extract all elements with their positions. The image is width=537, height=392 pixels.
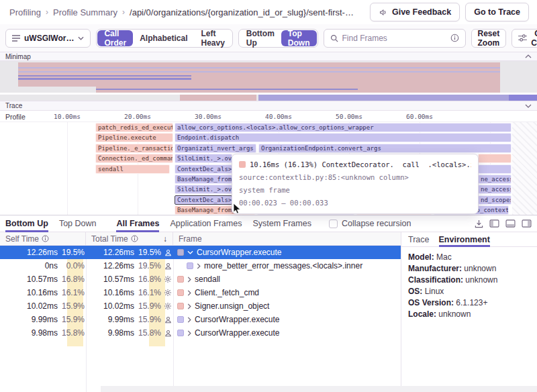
self-time-cell: 10.57ms16.8% (0, 273, 86, 286)
tab-top-down[interactable]: Top Down (59, 215, 97, 232)
flamegraph-toolbar: uWSGIWor… Call Order Alphabetical Left H… (0, 24, 537, 52)
chevron-down-icon[interactable] (525, 104, 532, 108)
details-tab-trace[interactable]: Trace (408, 232, 430, 247)
chevron-right-icon[interactable] (187, 317, 191, 323)
direction-top-down-button[interactable]: Top Down (281, 30, 317, 46)
frame-color-swatch (177, 249, 184, 256)
sort-call-order-button[interactable]: Call Order (97, 30, 133, 46)
tab-application-frames[interactable]: Application Frames (170, 215, 242, 232)
search-input[interactable] (342, 34, 446, 43)
mouse-cursor (233, 203, 241, 217)
flame-frame[interactable]: Connection._ed_command (95, 154, 173, 163)
table-row[interactable]: 12.26ms19.5%12.26ms19.5%CursorWrapper.ex… (0, 246, 401, 259)
table-row[interactable]: 10.02ms15.9%10.02ms15.9%Signer.unsign_ob… (0, 299, 401, 313)
total-time-value: 12.26ms (86, 261, 138, 271)
self-time-cell: 10.16ms16.1% (0, 286, 86, 299)
table-row[interactable]: 0ns0.0%12.26ms19.5%more_better_error_mes… (0, 259, 401, 273)
chevron-right-icon[interactable] (187, 290, 191, 296)
flame-frame[interactable]: nd_scopes (478, 195, 511, 205)
minimap-block (18, 78, 191, 80)
layout-dock-bottom-icon[interactable] (505, 219, 516, 228)
self-time-percent: 16.8% (62, 275, 86, 284)
thread-selector[interactable]: uWSGIWor… (5, 29, 91, 48)
chevron-right-icon[interactable] (187, 303, 191, 309)
chevron-right-icon[interactable] (187, 277, 191, 283)
reset-zoom-button[interactable]: Reset Zoom (471, 29, 507, 48)
chevron-right-icon[interactable] (187, 330, 191, 336)
flame-frame[interactable]: sendall (95, 164, 170, 174)
table-row[interactable]: 10.57ms16.8%10.57ms16.8%sendall (0, 273, 401, 286)
flame-frame[interactable]: Pipeline.execute (95, 133, 173, 142)
minimap-block (18, 71, 500, 72)
self-time-label: Self Time (5, 234, 39, 244)
flame-frame[interactable]: ContextDec_als>.i (175, 195, 232, 205)
chevron-right-icon[interactable] (197, 263, 201, 269)
frame-cell: more_better_error_messages.<locals>.inne… (173, 259, 401, 273)
go-to-trace-button[interactable]: Go to Trace (465, 3, 529, 21)
chevron-up-icon[interactable] (525, 54, 532, 58)
tab-bottom-up[interactable]: Bottom Up (5, 215, 48, 232)
flame-frame[interactable]: SiloLimit._>.over (175, 185, 232, 194)
direction-bottom-up-button[interactable]: Bottom Up (240, 30, 281, 46)
breadcrumb-profile-summary[interactable]: Profile Summary (53, 7, 117, 17)
flame-frame[interactable]: Endpoint.dispatch (175, 133, 511, 142)
direction-segmented-control: Bottom Up Top Down (238, 29, 318, 48)
ruler-tick-label: 50.00ms (336, 113, 362, 120)
table-row[interactable]: 10.16ms16.1%10.16ms16.1%Client._fetch_cm… (0, 286, 401, 299)
tooltip-source: source:contextlib.py:85:<unknown column> (239, 173, 471, 181)
flame-frame[interactable]: BaseManage_from_c (175, 175, 232, 184)
self-time-percent: 16.1% (62, 288, 86, 297)
flame-frame[interactable] (478, 154, 511, 163)
total-time-header[interactable]: Total Time ↓ (86, 232, 173, 245)
chevron-down-icon[interactable] (187, 250, 193, 254)
collapse-recursion-control[interactable]: Collapse recursion (329, 219, 411, 228)
tab-system-frames[interactable]: System Frames (252, 215, 311, 232)
table-row[interactable]: 9.98ms15.8%9.98ms15.8%CursorWrapper.exec… (0, 326, 401, 340)
flame-frame[interactable]: SiloLimit._>.over (175, 154, 232, 163)
flame-frame[interactable]: OrganizationEndpoint.convert_args (258, 144, 511, 153)
self-time-percent: 15.9% (62, 301, 86, 311)
frame-header[interactable]: Frame (173, 232, 401, 245)
tooltip-frame-kind: system frame (239, 186, 471, 194)
minimap-block (180, 95, 256, 101)
sort-direction-icon[interactable]: ↓ (163, 234, 167, 244)
trace-section-header[interactable]: Trace (0, 101, 537, 111)
color-coding-button[interactable]: Color Coding (511, 29, 537, 48)
layout-dock-left-icon[interactable] (489, 219, 499, 228)
frame-color-swatch (177, 316, 184, 323)
collapse-recursion-checkbox[interactable] (329, 219, 338, 228)
flame-frame[interactable]: patch_redis_ed_execute (95, 123, 173, 132)
minimap-canvas[interactable] (0, 61, 537, 101)
flame-frame[interactable]: ContextDec_als>.i (175, 164, 232, 174)
breadcrumb-profiling[interactable]: Profiling (9, 7, 41, 17)
flame-frame[interactable]: Pipeline._e_ransaction (95, 144, 173, 153)
give-feedback-button[interactable]: Give Feedback (370, 3, 460, 21)
profiling-app: Profiling › Profile Summary › /api/0/org… (0, 0, 537, 392)
details-tab-environment[interactable]: Environment (439, 232, 490, 247)
sort-alphabetical-button[interactable]: Alphabetical (133, 30, 194, 46)
environment-field: Manufacturer: unknown (408, 263, 530, 275)
flame-frame[interactable]: allow_cors_options.<locals>.allow_cors_o… (175, 123, 511, 132)
frame-cell: CursorWrapper.execute (173, 326, 401, 340)
sorting-segmented-control: Call Order Alphabetical Left Heavy (96, 29, 232, 48)
frame-name: CursorWrapper.execute (195, 315, 280, 324)
flame-frame[interactable]: ne_access (478, 175, 511, 184)
tab-all-frames[interactable]: All Frames (116, 215, 159, 232)
frame-name: Client._fetch_cmd (195, 288, 259, 297)
self-time-header[interactable]: Self Time (0, 232, 86, 245)
table-rows: 12.26ms19.5%12.26ms19.5%CursorWrapper.ex… (0, 246, 401, 340)
total-time-percent: 15.9% (138, 301, 162, 311)
breadcrumb-transaction[interactable]: /api/0/organizations/{organization_id_or… (130, 7, 354, 17)
flame-frame[interactable]: ne_access (478, 185, 511, 194)
application-frame-icon (162, 330, 173, 337)
download-icon[interactable] (475, 219, 483, 228)
minimap-section-header[interactable]: Minimap (0, 52, 537, 61)
flame-frame[interactable]: Organizati_nvert_args (175, 144, 256, 153)
table-row[interactable]: 9.99ms15.9%9.99ms15.9%CursorWrapper.exec… (0, 313, 401, 326)
sort-left-heavy-button[interactable]: Left Heavy (194, 30, 231, 46)
info-icon (131, 235, 138, 242)
layout-dock-right-icon[interactable] (522, 219, 532, 228)
self-time-value: 12.26ms (0, 248, 62, 257)
horizontal-scrollbar[interactable] (101, 386, 537, 392)
flame-frame[interactable] (478, 164, 511, 174)
